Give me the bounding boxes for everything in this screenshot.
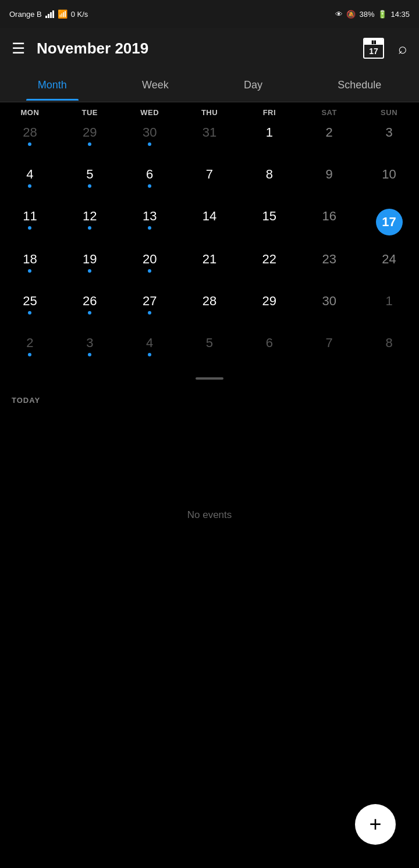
tab-day-label: Day — [244, 79, 262, 91]
calendar-cell[interactable]: 22 — [239, 247, 299, 289]
calendar-cell[interactable]: 21 — [180, 247, 240, 289]
calendar-cell[interactable]: 13 — [120, 204, 180, 247]
time-label: 14:35 — [390, 10, 410, 19]
calendar-cell[interactable]: 11 — [0, 204, 60, 247]
day-header-sun: SUN — [359, 108, 419, 117]
calendar-cell[interactable]: 23 — [299, 247, 359, 289]
calendar-cell[interactable]: 10 — [359, 162, 419, 204]
calendar-day-number: 26 — [83, 294, 97, 309]
no-events-text: No events — [12, 509, 407, 521]
drag-handle-bar — [196, 377, 223, 380]
search-icon[interactable]: ⌕ — [398, 40, 407, 58]
menu-icon[interactable]: ☰ — [12, 40, 25, 58]
calendar-day-number: 23 — [322, 252, 336, 267]
calendar-day-number: 7 — [326, 335, 333, 351]
calendar-cell[interactable]: 5 — [180, 331, 240, 373]
app-header: ☰ November 2019 ▮▮ 17 ⌕ — [0, 28, 419, 69]
calendar-cell[interactable]: 24 — [359, 247, 419, 289]
calendar-cell[interactable]: 29 — [60, 120, 120, 162]
calendar-day-number: 5 — [86, 167, 93, 182]
calendar-day-number: 20 — [143, 252, 157, 267]
tab-week[interactable]: Week — [130, 70, 180, 101]
header-icons: ▮▮ 17 ⌕ — [363, 38, 407, 59]
calendar-day-number: 27 — [143, 294, 157, 309]
calendar-cell[interactable]: 14 — [180, 204, 240, 247]
calendar-date-label: 17 — [369, 45, 378, 58]
header-title: November 2019 — [37, 40, 148, 58]
calendar-day-number: 19 — [83, 252, 97, 267]
calendar-cell[interactable]: 4 — [0, 162, 60, 204]
calendar-cell[interactable]: 12 — [60, 204, 120, 247]
calendar-cell[interactable]: 1 — [359, 289, 419, 331]
calendar-cell[interactable]: 28 — [0, 120, 60, 162]
calendar-day-number: 30 — [322, 294, 336, 309]
calendar-day-number: 13 — [143, 209, 157, 224]
calendar-cell[interactable]: 15 — [239, 204, 299, 247]
calendar-cell[interactable]: 5 — [60, 162, 120, 204]
event-dot — [148, 142, 151, 146]
calendar-cell[interactable]: 17 — [359, 204, 419, 247]
add-event-button[interactable]: + — [355, 804, 396, 845]
data-speed-label: 0 K/s — [71, 10, 88, 19]
calendar-cell[interactable]: 6 — [120, 162, 180, 204]
calendar-cell[interactable]: 6 — [239, 331, 299, 373]
calendar-cell[interactable]: 28 — [180, 289, 240, 331]
calendar-grid: 2829303112345678910111213141516171819202… — [0, 120, 419, 373]
calendar-cell[interactable]: 27 — [120, 289, 180, 331]
calendar-day-number: 15 — [262, 209, 276, 224]
event-dot — [148, 353, 151, 356]
calendar-day-number: 14 — [203, 209, 216, 224]
status-right: 👁 🔕 38% 🔋 14:35 — [335, 10, 410, 19]
calendar-day-number: 6 — [266, 335, 273, 351]
tab-day[interactable]: Day — [232, 70, 274, 101]
calendar-cell[interactable]: 25 — [0, 289, 60, 331]
tab-schedule[interactable]: Schedule — [326, 70, 393, 101]
event-dot — [28, 184, 31, 188]
calendar-cell[interactable]: 9 — [299, 162, 359, 204]
calendar-day-number: 8 — [385, 335, 392, 351]
calendar-cell[interactable]: 8 — [359, 331, 419, 373]
event-dot — [88, 184, 91, 188]
header-left: ☰ November 2019 — [12, 40, 148, 58]
signal-icon — [45, 10, 54, 18]
day-header-mon: MON — [0, 108, 60, 117]
calendar-day-number: 28 — [203, 294, 216, 309]
tab-month[interactable]: Month — [26, 70, 79, 101]
day-header-wed: WED — [120, 108, 180, 117]
today-label: TODAY — [12, 396, 407, 405]
calendar-cell[interactable]: 18 — [0, 247, 60, 289]
battery-label: 38% — [359, 10, 374, 19]
calendar-cell[interactable]: 30 — [299, 289, 359, 331]
calendar-cell[interactable]: 2 — [0, 331, 60, 373]
calendar-day-number: 24 — [382, 252, 396, 267]
tab-bar: Month Week Day Schedule — [0, 69, 419, 102]
calendar-cell[interactable]: 19 — [60, 247, 120, 289]
calendar-day-number: 12 — [83, 209, 97, 224]
calendar-cell[interactable]: 26 — [60, 289, 120, 331]
calendar-cell[interactable]: 16 — [299, 204, 359, 247]
calendar-cell[interactable]: 29 — [239, 289, 299, 331]
calendar-day-number: 4 — [146, 335, 153, 351]
calendar-cell[interactable]: 3 — [60, 331, 120, 373]
calendar-cell[interactable]: 20 — [120, 247, 180, 289]
calendar-cell[interactable]: 2 — [299, 120, 359, 162]
calendar-cell[interactable]: 1 — [239, 120, 299, 162]
status-bar: Orange B 📶 0 K/s 👁 🔕 38% 🔋 14:35 — [0, 0, 419, 28]
calendar-cell[interactable]: 31 — [180, 120, 240, 162]
calendar-cell[interactable]: 30 — [120, 120, 180, 162]
calendar-cell[interactable]: 7 — [299, 331, 359, 373]
calendar-day-number: 1 — [266, 125, 273, 140]
calendar-day-number: 28 — [23, 125, 37, 140]
drag-handle[interactable] — [0, 373, 419, 384]
calendar-cell[interactable]: 4 — [120, 331, 180, 373]
tab-schedule-label: Schedule — [338, 79, 381, 91]
today-calendar-icon[interactable]: ▮▮ 17 — [363, 38, 384, 59]
event-dot — [88, 142, 91, 146]
calendar-section: MON TUE WED THU FRI SAT SUN 282930311234… — [0, 102, 419, 384]
day-headers: MON TUE WED THU FRI SAT SUN — [0, 102, 419, 120]
calendar-cell[interactable]: 7 — [180, 162, 240, 204]
event-dot — [28, 269, 31, 273]
event-dot — [28, 311, 31, 315]
calendar-cell[interactable]: 8 — [239, 162, 299, 204]
calendar-cell[interactable]: 3 — [359, 120, 419, 162]
